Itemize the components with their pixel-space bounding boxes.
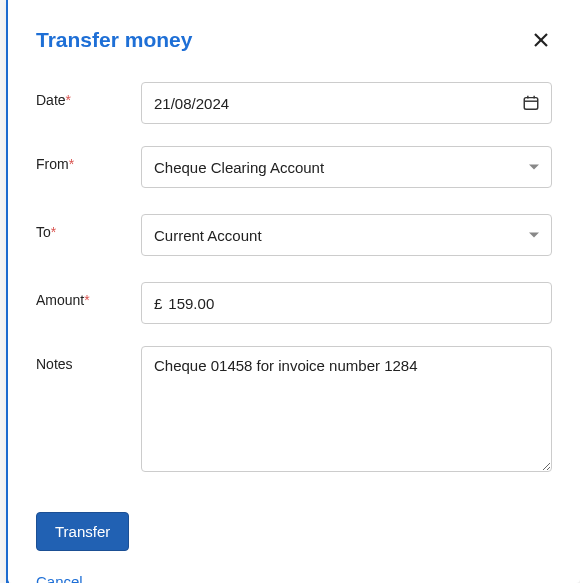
calendar-button[interactable] (521, 93, 541, 113)
currency-symbol: £ (142, 295, 166, 312)
date-input[interactable] (142, 83, 551, 123)
notes-textarea[interactable] (141, 346, 552, 472)
close-icon (533, 32, 549, 48)
form-row-amount: Amount* £ (36, 282, 552, 324)
to-label: To* (36, 214, 141, 240)
form-row-to: To* Current Account (36, 214, 552, 256)
amount-field[interactable]: £ (141, 282, 552, 324)
dialog-actions: Transfer Cancel (36, 512, 552, 583)
svg-rect-2 (524, 98, 538, 110)
to-select[interactable]: Current Account (141, 214, 552, 256)
form-row-from: From* Cheque Clearing Account (36, 146, 552, 188)
to-select-value: Current Account (142, 227, 274, 244)
from-select-value: Cheque Clearing Account (142, 159, 336, 176)
chevron-down-icon (529, 233, 539, 238)
close-button[interactable] (530, 29, 552, 51)
from-select[interactable]: Cheque Clearing Account (141, 146, 552, 188)
dialog-title: Transfer money (36, 28, 192, 52)
from-label: From* (36, 146, 141, 172)
form-row-date: Date* (36, 82, 552, 124)
date-field[interactable] (141, 82, 552, 124)
amount-label: Amount* (36, 282, 141, 308)
calendar-icon (522, 94, 540, 112)
amount-input[interactable] (166, 283, 551, 323)
dialog-header: Transfer money (36, 28, 552, 52)
cancel-link[interactable]: Cancel (36, 573, 83, 583)
transfer-button[interactable]: Transfer (36, 512, 129, 551)
transfer-money-dialog: Transfer money Date* (8, 0, 580, 583)
notes-label: Notes (36, 346, 141, 372)
form-row-notes: Notes (36, 346, 552, 476)
date-label: Date* (36, 82, 141, 108)
chevron-down-icon (529, 165, 539, 170)
